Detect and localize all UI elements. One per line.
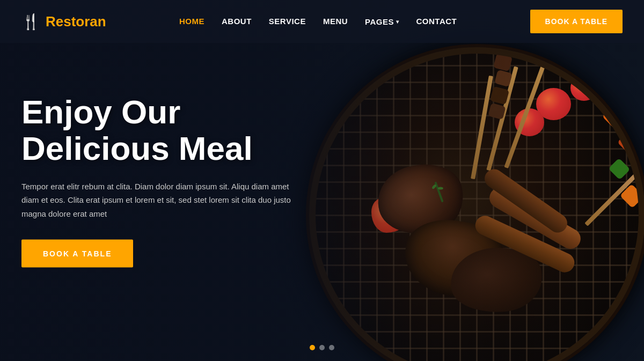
slider-dots	[310, 345, 334, 350]
nav-links: HOME ABOUT SERVICE MENU PAGES ▾ CONTACT	[179, 17, 457, 26]
hero-book-button[interactable]: BOOK A TABLE	[21, 240, 133, 268]
brand-name: Restoran	[46, 13, 106, 30]
nav-item-home: HOME	[179, 17, 204, 26]
nav-link-service[interactable]: SERVICE	[269, 17, 306, 26]
navbar: 🍴 Restoran HOME ABOUT SERVICE MENU PAGES…	[0, 0, 644, 43]
slider-dot-2[interactable]	[319, 345, 325, 350]
nav-link-contact[interactable]: CONTACT	[416, 17, 457, 26]
nav-item-about: ABOUT	[222, 17, 252, 26]
nav-link-pages[interactable]: PAGES ▾	[365, 17, 399, 26]
navbar-book-button[interactable]: BOOK A TABLE	[530, 10, 623, 33]
logo-icon: 🍴	[21, 13, 40, 31]
hero-title-line1: Enjoy Our	[21, 93, 180, 130]
chevron-down-icon: ▾	[396, 19, 399, 25]
hero-content: Enjoy Our Delicious Meal Tempor erat eli…	[21, 93, 301, 268]
hero-title-line2: Delicious Meal	[21, 129, 253, 166]
nav-item-contact: CONTACT	[416, 17, 457, 26]
slider-dot-1[interactable]	[310, 345, 315, 350]
hero-title: Enjoy Our Delicious Meal	[21, 93, 301, 166]
slider-dot-3[interactable]	[329, 345, 334, 350]
hero-description: Tempor erat elitr rebum at clita. Diam d…	[21, 179, 301, 220]
nav-item-service: SERVICE	[269, 17, 306, 26]
nav-item-pages: PAGES ▾	[365, 17, 399, 26]
nav-link-about[interactable]: ABOUT	[222, 17, 252, 26]
logo-link[interactable]: 🍴 Restoran	[21, 13, 106, 31]
nav-link-home[interactable]: HOME	[179, 17, 204, 26]
hero-section: 🍴 Restoran HOME ABOUT SERVICE MENU PAGES…	[0, 0, 644, 361]
nav-item-menu: MENU	[323, 17, 348, 26]
nav-link-menu[interactable]: MENU	[323, 17, 348, 26]
